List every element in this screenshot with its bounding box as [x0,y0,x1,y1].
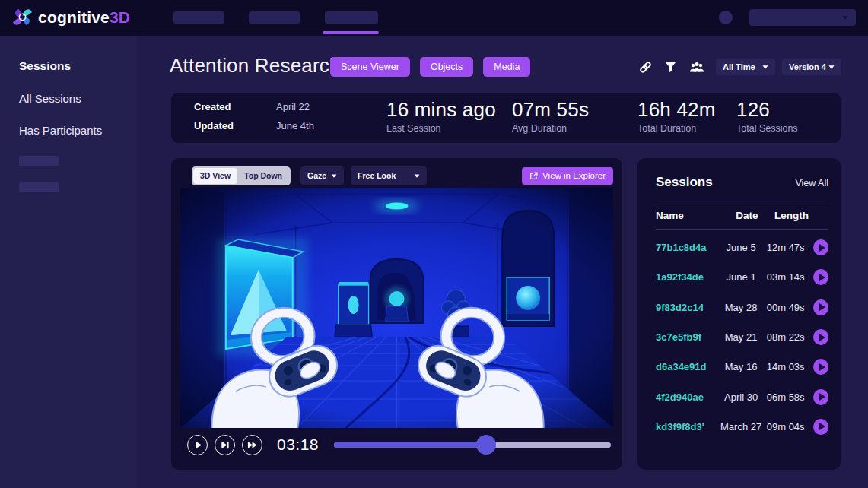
session-play-button[interactable] [813,239,828,255]
chevron-down-icon [828,65,834,69]
toggle-3d-view[interactable]: 3D View [193,168,237,184]
sessions-panel: Sessions View All Name Date Length 77b1c… [637,158,841,470]
session-length: 03m 14s [767,271,814,283]
version-filter-dropdown[interactable]: Version 4 [782,59,841,75]
vr-scene-illustration [180,188,613,428]
table-row[interactable]: d6a34e91d May 16 14m 03s [656,352,828,382]
column-name: Name [656,210,720,221]
cognitive3d-logo-icon [12,7,33,27]
session-play-button[interactable] [813,359,828,375]
media-button[interactable]: Media [483,57,530,77]
play-button[interactable] [187,435,208,455]
metric-total-sessions: 126 Total Sessions [736,98,798,134]
playback-time: 03:18 [277,436,319,454]
table-row[interactable]: 4f2d940ae April 30 06m 58s [656,382,828,411]
session-name-link[interactable]: 1a92f34de [656,271,715,283]
session-name-link[interactable]: 3c7e5fb9f [656,331,715,343]
metric-label: Avg Duration [512,123,589,134]
updated-label: Updated [194,120,276,132]
session-play-button[interactable] [813,329,828,345]
session-date: June 5 [715,242,766,253]
metric-value: 126 [736,98,798,122]
session-play-button[interactable] [813,299,828,315]
metric-value: 16 mins ago [386,98,496,122]
vr-scene-viewport[interactable] [180,188,613,428]
play-icon [188,435,207,455]
viewer-toolbar: 3D View Top Down Gaze Free Look View in … [180,166,613,185]
updated-value: June 4th [276,120,314,132]
metric-label: Total Sessions [736,123,798,134]
playback-controls: 03:18 [187,429,611,460]
skip-next-button[interactable] [215,435,235,455]
session-viewer-card: 3D View Top Down Gaze Free Look View in … [171,158,622,470]
gaze-dropdown-label: Gaze [307,171,326,180]
column-date: Date [720,210,774,221]
app-root: cognitive3D Sessions All Sessions Has Pa… [0,0,868,488]
created-value: April 22 [276,101,314,112]
chevron-down-icon [415,174,420,177]
metric-avg-duration: 07m 55s Avg Duration [512,98,589,134]
account-dropdown[interactable] [749,9,856,26]
session-date: March 27 [715,421,766,433]
table-row[interactable]: 9f83d2c14 May 28 00m 49s [656,293,828,322]
session-name-link[interactable]: kd3f9f8d3' [656,421,715,433]
chevron-down-icon [762,65,768,69]
sessions-panel-title: Sessions [656,175,713,190]
table-row[interactable]: 77b1c8d4a June 5 12m 47s [656,233,828,262]
view-all-link[interactable]: View All [795,178,828,189]
header-buttons: Scene Viewer Objects Media [330,57,530,77]
fast-forward-icon [243,435,262,455]
table-row[interactable]: kd3f9f8d3' March 27 09m 04s [656,412,828,442]
sidebar-item-placeholder-1[interactable] [19,156,59,166]
nav-item-placeholder-2[interactable] [249,11,300,24]
metric-label: Last Session [386,123,496,134]
chevron-down-icon [842,16,848,20]
view-mode-toggle: 3D View Top Down [192,166,291,185]
column-length: Length [774,210,825,221]
fast-forward-button[interactable] [242,435,262,455]
table-row[interactable]: 3c7e5fb9f May 21 08m 22s [656,322,828,352]
filter-icon[interactable] [665,62,676,73]
free-look-dropdown[interactable]: Free Look [351,166,427,185]
session-name-link[interactable]: 4f2d940ae [656,391,715,403]
logo[interactable]: cognitive3D [12,7,130,27]
nav-item-placeholder-1[interactable] [173,11,224,24]
participants-icon[interactable] [689,62,704,73]
slider-thumb[interactable] [476,435,496,455]
playback-slider[interactable] [334,435,611,455]
sidebar-item-placeholder-2[interactable] [19,182,59,192]
toggle-top-down[interactable]: Top Down [237,168,289,184]
chevron-down-icon [332,174,337,177]
time-filter-label: All Time [723,62,755,71]
free-look-dropdown-label: Free Look [358,171,396,180]
session-play-button[interactable] [813,269,828,285]
session-name-link[interactable]: d6a34e91d [656,361,715,372]
time-filter-dropdown[interactable]: All Time [716,59,775,75]
created-updated-block: Created April 22 Updated June 4th [194,101,314,132]
stats-bar: Created April 22 Updated June 4th 16 min… [171,93,841,143]
session-play-button[interactable] [813,389,828,405]
avatar[interactable] [719,11,733,24]
session-name-link[interactable]: 77b1c8d4a [656,242,715,253]
sidebar-title: Sessions [19,59,137,73]
objects-button[interactable]: Objects [420,57,473,77]
session-length: 06m 58s [767,391,814,403]
session-rows: 77b1c8d4a June 5 12m 47s 1a92f34de June … [656,233,828,442]
view-in-explorer-button[interactable]: View in Explorer [522,167,613,185]
metric-value: 07m 55s [512,98,589,122]
scene-viewer-button[interactable]: Scene Viewer [330,57,410,77]
sessions-panel-header: Sessions View All [656,175,828,190]
page-title: Attention Research [170,54,341,78]
gaze-dropdown[interactable]: Gaze [300,166,344,185]
link-icon[interactable] [639,61,652,74]
session-name-link[interactable]: 9f83d2c14 [656,302,715,313]
table-row[interactable]: 1a92f34de June 1 03m 14s [656,262,828,292]
slider-fill [334,442,486,448]
metric-value: 16h 42m [637,98,716,122]
session-play-button[interactable] [813,419,828,435]
sidebar-item-all-sessions[interactable]: All Sessions [19,92,137,105]
nav-item-placeholder-3-active[interactable] [325,11,378,24]
sidebar-item-has-participants[interactable]: Has Participants [19,124,137,137]
sidebar: Sessions All Sessions Has Participants [0,36,137,488]
top-nav: cognitive3D [0,0,868,36]
